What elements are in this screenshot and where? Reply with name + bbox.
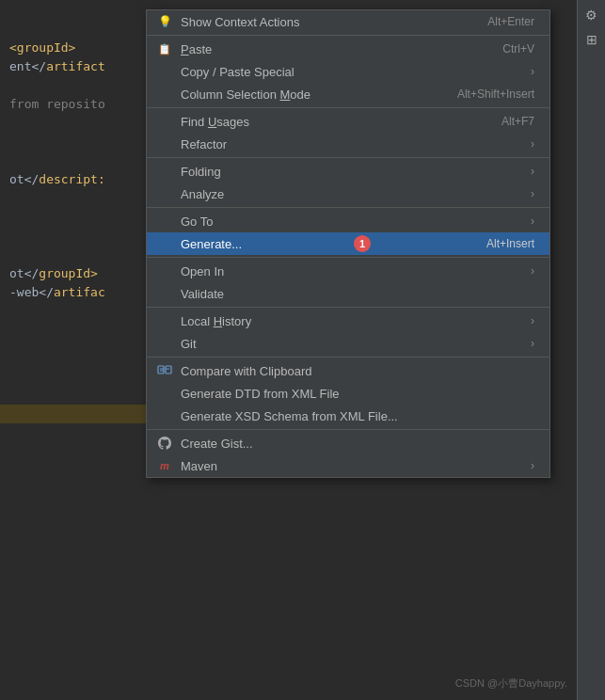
arrow-icon: ›	[531, 459, 534, 472]
menu-label: Create Gist...	[181, 437, 534, 451]
editor-line: <groupId>	[0, 38, 146, 56]
arrow-icon: ›	[531, 137, 534, 151]
menu-separator	[147, 257, 549, 258]
menu-label: Compare with Clipboard	[181, 364, 534, 378]
arrow-icon: ›	[531, 264, 534, 278]
menu-label: Find Usages	[181, 115, 483, 129]
svg-rect-0	[158, 366, 164, 374]
menu-item-column-selection[interactable]: Column Selection Mode Alt+Shift+Insert	[147, 83, 549, 105]
menu-label: Refactor	[181, 137, 523, 151]
menu-separator	[147, 307, 549, 308]
notification-badge: 1	[354, 235, 371, 252]
grid-icon[interactable]: ⊞	[581, 29, 602, 50]
menu-shortcut: Alt+Enter	[487, 15, 534, 28]
menu-item-maven[interactable]: m Maven ›	[147, 454, 549, 477]
menu-label: Validate	[181, 287, 534, 301]
menu-separator	[147, 107, 549, 108]
watermark: CSDN @小曹Dayhappy.	[455, 676, 567, 691]
editor-line	[0, 188, 146, 207]
menu-item-compare-clipboard[interactable]: Compare with Clipboard	[147, 359, 549, 382]
menu-shortcut: Ctrl+V	[502, 42, 534, 56]
menu-item-folding[interactable]: Folding ›	[147, 160, 549, 183]
context-menu: 💡 Show Context Actions Alt+Enter 📋 Paste…	[146, 9, 550, 478]
menu-item-local-history[interactable]: Local History ›	[147, 310, 549, 332]
menu-separator	[147, 35, 549, 36]
menu-label: Folding	[181, 165, 523, 179]
menu-item-analyze[interactable]: Analyze ›	[147, 183, 549, 205]
menu-item-paste[interactable]: 📋 Paste Ctrl+V	[147, 38, 549, 60]
menu-label: Analyze	[181, 187, 523, 201]
menu-separator	[147, 429, 549, 430]
editor-line	[0, 245, 146, 263]
compare-icon	[156, 362, 173, 379]
menu-label: Generate XSD Schema from XML File...	[181, 409, 534, 423]
menu-label: Maven	[181, 459, 531, 473]
menu-item-create-gist[interactable]: Create Gist...	[147, 432, 549, 454]
menu-item-git[interactable]: Git ›	[147, 332, 549, 355]
editor-line: ent</artifact	[0, 56, 146, 75]
arrow-icon: ›	[531, 187, 534, 200]
menu-item-generate-xsd[interactable]: Generate XSD Schema from XML File...	[147, 405, 549, 427]
menu-item-find-usages[interactable]: Find Usages Alt+F7	[147, 110, 549, 133]
gear-icon[interactable]: ⚙	[581, 5, 602, 25]
svg-rect-1	[166, 366, 171, 374]
menu-label: Local History	[181, 314, 523, 328]
arrow-icon: ›	[531, 314, 534, 327]
editor-line	[0, 75, 146, 94]
menu-label: Open In	[181, 264, 523, 278]
editor-line	[0, 207, 146, 226]
arrow-icon: ›	[531, 337, 534, 350]
menu-label: Go To	[181, 215, 523, 229]
maven-icon: m	[156, 457, 173, 474]
menu-label: Generate DTD from XML File	[181, 387, 534, 401]
github-icon	[156, 435, 173, 452]
menu-label: Show Context Actions	[181, 15, 469, 29]
menu-item-show-context-actions[interactable]: 💡 Show Context Actions Alt+Enter	[147, 10, 549, 33]
arrow-icon: ›	[531, 165, 534, 178]
menu-separator	[147, 357, 549, 358]
editor-line: -web</artifac	[0, 282, 146, 301]
paste-icon: 📋	[156, 40, 173, 57]
editor-line: ot</descript:	[0, 169, 146, 188]
menu-shortcut: Alt+F7	[502, 115, 534, 128]
editor-line: from reposito	[0, 94, 146, 113]
menu-label: Column Selection Mode	[181, 88, 438, 102]
arrow-icon: ›	[531, 215, 534, 228]
menu-shortcut: Alt+Shift+Insert	[457, 88, 534, 101]
editor-line	[0, 132, 146, 151]
editor-line	[0, 113, 146, 132]
menu-separator	[147, 207, 549, 208]
menu-label: Paste	[181, 42, 484, 56]
menu-item-copy-paste-special[interactable]: Copy / Paste Special ›	[147, 60, 549, 83]
editor-line	[0, 151, 146, 169]
editor-line	[0, 226, 146, 245]
menu-label: Generate...	[181, 237, 468, 251]
menu-item-generate-dtd[interactable]: Generate DTD from XML File	[147, 382, 549, 405]
highlight-line	[0, 405, 146, 423]
menu-separator	[147, 157, 549, 158]
menu-item-open-in[interactable]: Open In ›	[147, 260, 549, 282]
arrow-icon: ›	[531, 65, 534, 78]
menu-item-refactor[interactable]: Refactor ›	[147, 133, 549, 155]
menu-label: Copy / Paste Special	[181, 65, 523, 79]
menu-label: Git	[181, 337, 523, 351]
right-sidebar: ⚙ ⊞	[577, 0, 605, 700]
menu-item-validate[interactable]: Validate	[147, 282, 549, 305]
menu-shortcut: Alt+Insert	[486, 237, 534, 250]
editor-line: ot</groupId>	[0, 263, 146, 282]
lightbulb-icon: 💡	[156, 13, 173, 30]
menu-item-generate[interactable]: 1 Generate... Alt+Insert	[147, 232, 549, 255]
menu-item-go-to[interactable]: Go To ›	[147, 210, 549, 232]
